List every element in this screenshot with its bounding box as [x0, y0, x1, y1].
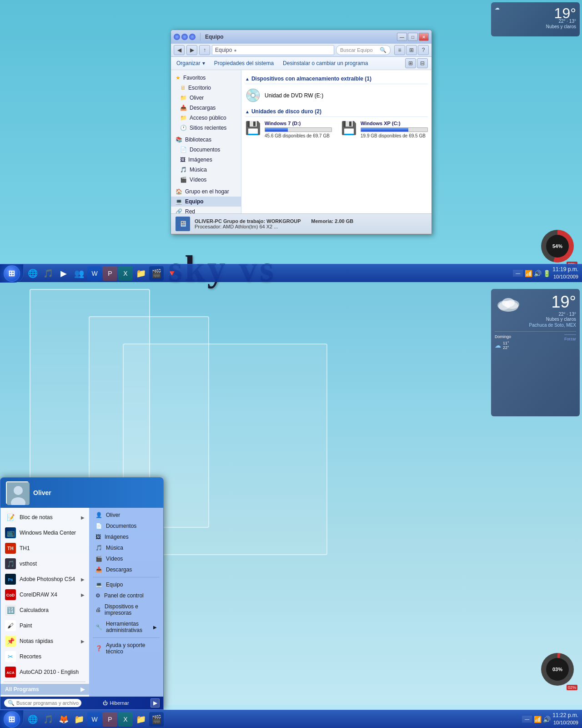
tray-battery-icon-top[interactable]: 🔋 [543, 270, 551, 277]
start-item-paint[interactable]: 🖌 Paint [0, 618, 89, 633]
propiedades-label: Propiedades del sistema [214, 60, 274, 66]
drive-c[interactable]: 💾 Windows XP (C:) 19.9 GB disponibles de… [341, 121, 428, 138]
sidebar-item-grupo[interactable]: 🏠 Grupo en el hogar [171, 187, 241, 197]
weather-large-range: 22° · 13° [529, 312, 576, 317]
tray-network-icon-bottom[interactable]: 📶 [534, 716, 542, 723]
taskbar-ie-icon-top[interactable]: 🌐 [25, 266, 40, 281]
tray-network-icon-top[interactable]: 📶 [525, 270, 532, 277]
sidebar-item-acceso[interactable]: 📁 Acceso público [171, 113, 241, 123]
right-item-videos[interactable]: 🎬 Vídeos [89, 553, 163, 564]
minimize-all-top[interactable]: — [513, 270, 523, 277]
start-item-autocad[interactable]: ACA AutoCAD 2010 - English [0, 664, 89, 680]
start-item-th1[interactable]: TH TH1 [0, 541, 89, 556]
propiedades-button[interactable]: Propiedades del sistema [212, 59, 276, 67]
taskbar-word-icon-bottom[interactable]: W [87, 712, 102, 727]
sidebar-item-oliver[interactable]: 📁 Oliver [171, 93, 241, 103]
start-item-corel[interactable]: CoD CorelDRAW X4 ▶ [0, 587, 89, 602]
start-button-bottom[interactable]: ⊞ [0, 710, 24, 728]
taskbar-ie-icon-bottom[interactable]: 🌐 [25, 712, 40, 727]
back-button[interactable]: ◀ [174, 45, 185, 55]
taskbar-ppt-icon-bottom[interactable]: P [103, 712, 117, 727]
search-input[interactable] [16, 700, 79, 706]
sidebar-item-equipo[interactable]: 💻 Equipo [171, 197, 241, 207]
start-button-top[interactable]: ⊞ [0, 264, 24, 283]
taskbar-wmp-icon-top[interactable]: 🎵 [41, 266, 55, 281]
address-bar[interactable]: Equipo ● [212, 45, 334, 55]
taskbar-play-icon-top[interactable]: ▶ [56, 266, 71, 281]
sidebar-item-documentos[interactable]: 📄 Documentos [171, 145, 241, 155]
right-item-descargas[interactable]: 📥 Descargas [89, 564, 163, 575]
view-toggle-2[interactable]: ⊟ [417, 58, 428, 68]
docs-label: Documentos [190, 147, 220, 153]
start-menu-right: 👤 Oliver 📄 Documentos 🖼 Imágenes 🎵 Músic… [89, 508, 163, 697]
dvd-item[interactable]: 💿 Unidad de DVD RW (E:) [245, 88, 428, 103]
sidebar-item-imagenes[interactable]: 🖼 Imágenes [171, 155, 241, 165]
start-search-box[interactable]: 🔍 [4, 699, 81, 707]
drive-c-fill [361, 128, 408, 131]
right-item-documentos[interactable]: 📄 Documentos [89, 521, 163, 531]
maximize-button[interactable]: □ [408, 33, 418, 41]
taskbar-misc-icon-top[interactable]: 🔻 [165, 266, 179, 281]
view-btn-2[interactable]: ⊞ [406, 45, 417, 55]
organizar-button[interactable]: Organizar ▾ [175, 59, 207, 67]
taskbar-media-icon-top[interactable]: 🎬 [149, 266, 164, 281]
right-panel-icon: ⚙ [95, 592, 100, 599]
up-button[interactable]: ↑ [199, 45, 210, 55]
clock-bottom[interactable]: 11:22 p.m. 10/10/2009 [552, 712, 578, 726]
right-item-imagenes[interactable]: 🖼 Imágenes [89, 531, 163, 542]
taskbar-wmp-icon-bottom[interactable]: 🎵 [41, 712, 55, 727]
sidebar-item-escritorio[interactable]: 🖥 Escritorio [171, 83, 241, 93]
taskbar-media-icon-bottom[interactable]: 🎬 [149, 712, 164, 727]
tray-speaker-icon-top[interactable]: 🔊 [534, 270, 542, 277]
right-item-devices[interactable]: 🖨 Dispositivos e impresoras [89, 601, 163, 618]
taskbar-firefox-icon-bottom[interactable]: 🦊 [56, 712, 71, 727]
minimize-button[interactable]: — [397, 33, 407, 41]
right-devices-icon: 🖨 [95, 607, 101, 613]
taskbar-ppt-icon-top[interactable]: P [103, 266, 117, 281]
start-item-sticky[interactable]: 📌 Notas rápidas ▶ [0, 633, 89, 649]
right-item-oliver[interactable]: 👤 Oliver [89, 510, 163, 521]
drive-d-icon: 💾 [245, 121, 261, 136]
close-button[interactable]: ✕ [419, 33, 429, 41]
view-btn-1[interactable]: ≡ [394, 45, 405, 55]
harddisk-title-text: Unidades de disco duro (2) [251, 108, 321, 115]
start-divider [4, 682, 85, 682]
start-item-recortes[interactable]: ✂ Recortes [0, 649, 89, 664]
sidebar-item-recientes[interactable]: 🕐 Sitios recientes [171, 123, 241, 133]
taskbar-folder-icon-top[interactable]: 📁 [134, 266, 148, 281]
taskbar-word-icon-top[interactable]: W [87, 266, 102, 281]
sidebar-item-descargas[interactable]: 📥 Descargas [171, 103, 241, 113]
right-item-ayuda[interactable]: ❓ Ayuda y soporte técnico [89, 640, 163, 657]
view-toggle-1[interactable]: ⊞ [405, 58, 416, 68]
sidebar-item-red[interactable]: 🔗 Red [171, 207, 241, 213]
tray-speaker-icon-bottom[interactable]: 🔊 [543, 716, 551, 723]
taskbar-folder2-icon-bottom[interactable]: 📁 [134, 712, 148, 727]
forecast-force-link[interactable]: Forzar [564, 334, 576, 350]
right-item-panel[interactable]: ⚙ Panel de control [89, 590, 163, 601]
help-btn[interactable]: ? [418, 45, 429, 55]
drive-d[interactable]: 💾 Windows 7 (D:) 45.6 GB disponibles de … [245, 121, 332, 138]
start-item-wmc[interactable]: 📺 Windows Media Center [0, 525, 89, 541]
hibernate-button[interactable]: ⏻ Hibernar [100, 699, 131, 707]
sidebar-item-musica[interactable]: 🎵 Música [171, 165, 241, 175]
taskbar-excel-icon-top[interactable]: X [118, 266, 133, 281]
minimize-all-bottom[interactable]: — [522, 716, 532, 723]
taskbar-excel-icon-bottom[interactable]: X [118, 712, 133, 727]
start-item-photoshop[interactable]: Ps Adobe Photoshop CS4 ▶ [0, 571, 89, 587]
start-item-vsthost[interactable]: 🎵 vsthost [0, 556, 89, 571]
taskbar-users-icon-top[interactable]: 👥 [72, 266, 86, 281]
taskbar-folder-icon-bottom[interactable]: 📁 [72, 712, 86, 727]
clock-top[interactable]: 11:19 p.m. 10/10/2009 [552, 266, 578, 280]
right-item-equipo[interactable]: 💻 Equipo [89, 579, 163, 590]
desinstalar-button[interactable]: Desinstalar o cambiar un programa [281, 59, 370, 67]
shutdown-arrow-button[interactable]: ▶ [151, 698, 160, 708]
search-bar[interactable]: Buscar Equipo 🔍 [336, 45, 391, 55]
all-programs-button[interactable]: All Programs ▶ [0, 684, 89, 695]
right-item-musica[interactable]: 🎵 Música [89, 542, 163, 553]
sidebar-item-videos[interactable]: 🎬 Vídeos [171, 175, 241, 185]
right-item-herramientas[interactable]: 🔧 Herramientas administrativas ▶ [89, 618, 163, 636]
forward-button[interactable]: ▶ [186, 45, 197, 55]
start-item-notepad[interactable]: 📝 Bloc de notas ▶ [0, 510, 89, 525]
username-label: Oliver [33, 489, 51, 496]
start-item-calc[interactable]: 🔢 Calculadora [0, 602, 89, 618]
